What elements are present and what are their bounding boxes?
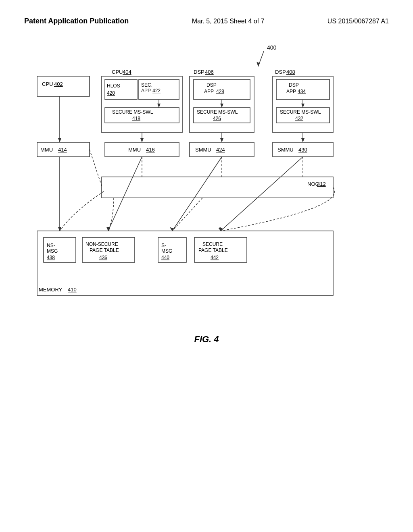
memory-410-box	[37, 231, 333, 295]
arrow-dsp-app-428-arrowhead	[220, 104, 223, 108]
dashed-noc-to-nonsecure-pt2	[108, 198, 114, 231]
sec-app-422-label2: APP	[141, 88, 151, 94]
publication-date: Mar. 5, 2015 Sheet 4 of 7	[192, 16, 265, 25]
arrow-smmu424-to-s-msg	[172, 157, 222, 231]
dsp-406-label: DSP	[194, 69, 204, 75]
hlos-420-ref: 420	[107, 90, 115, 96]
smmu-424-label: SMMU	[195, 147, 211, 153]
dsp-app-428-label1: DSP	[206, 82, 217, 88]
cpu-404-label: CPU	[112, 69, 123, 75]
smmu-424-ref: 424	[216, 147, 225, 153]
sec-app-422-ref: 422	[152, 88, 161, 94]
publication-type: Patent Application Publication	[24, 16, 129, 26]
figure-caption: FIG. 4	[0, 334, 413, 345]
dashed-noc-smsg-arrowhead	[170, 227, 174, 231]
noc-412-ref: 412	[317, 181, 326, 187]
non-secure-pt-436-label1: NON-SECURE	[86, 241, 118, 247]
mmu-416-label: MMU	[128, 147, 141, 153]
mmu-414-label: MMU	[40, 147, 53, 153]
s-msg-440-label2: MSG	[161, 248, 172, 254]
memory-410-label: MEMORY	[39, 287, 63, 293]
hlos-420-label: HLOS	[107, 83, 120, 89]
dsp-app-434-label2: APP	[286, 89, 296, 94]
dsp-app-434-ref: 434	[298, 89, 306, 94]
secure-ms-swl-418-ref: 418	[132, 116, 140, 121]
mmu-416-ref: 416	[146, 147, 155, 153]
cpu-404-ref: 404	[123, 69, 131, 75]
dashed-noc-to-secure-pt	[221, 187, 335, 231]
ns-msg-438-label1: NS-	[47, 243, 55, 248]
mmu-414-ref: 414	[58, 147, 67, 153]
page-header: Patent Application Publication Mar. 5, 2…	[0, 0, 413, 34]
dashed-noc-to-smsg	[172, 198, 202, 231]
s-msg-440-ref: 440	[161, 255, 169, 260]
dsp-408-ref: 408	[286, 69, 295, 75]
arrow-cpu402-mmu414-arrowhead	[58, 138, 61, 142]
ref-400-arrowhead	[257, 62, 260, 66]
dashed-noc-to-nsmsg	[60, 191, 104, 231]
dsp-406-ref: 406	[205, 69, 214, 75]
arrow-dsp406-smmu424-arrowhead	[220, 138, 223, 142]
dsp-app-428-ref: 428	[216, 89, 224, 94]
arrow-sec-arrowhead	[157, 104, 161, 108]
secure-pt-442-label2: PAGE TABLE	[198, 247, 228, 253]
arrow-cpu404-mmu416-arrowhead	[140, 138, 144, 142]
arrow-mmu416-to-nonsecure-pt	[108, 157, 142, 231]
memory-410-ref: 410	[68, 287, 77, 293]
mmu-416-box	[105, 142, 179, 157]
dsp-app-434-label1: DSP	[289, 82, 299, 88]
sec-app-422-label1: SEC.	[141, 82, 152, 88]
ref-400-label: 400	[267, 44, 277, 51]
non-secure-pt-436-label2: PAGE TABLE	[90, 247, 119, 253]
dsp-app-428-label2: APP	[204, 89, 214, 94]
fig-caption-text: FIG. 4	[194, 334, 219, 344]
ns-msg-438-label2: MSG	[47, 248, 58, 254]
noc-412-box	[102, 177, 333, 198]
cpu-402-ref: 402	[54, 81, 63, 87]
publication-number: US 2015/0067287 A1	[327, 16, 389, 25]
secure-pt-442-label1: SECURE	[202, 241, 223, 247]
diagram-container: 400 CPU 404 HLOS 420 SEC. APP 422 SECURE…	[33, 42, 380, 322]
secure-ms-swl-432-ref: 432	[295, 116, 303, 121]
secure-ms-swl-426-label: SECURE MS-SWL	[197, 109, 238, 115]
hlos-420-box	[105, 79, 137, 100]
secure-pt-442-ref: 442	[211, 255, 219, 260]
dashed-mmu414-to-noc	[90, 150, 102, 186]
cpu-402-label: CPU	[42, 81, 53, 87]
smmu-430-label: SMMU	[277, 147, 294, 153]
arrow-smmu430-to-secure-pt	[221, 157, 303, 231]
secure-ms-swl-418-label: SECURE MS-SWL	[112, 109, 153, 115]
diagram-svg: 400 CPU 404 HLOS 420 SEC. APP 422 SECURE…	[33, 42, 380, 320]
s-msg-440-label1: S-	[161, 243, 166, 248]
ns-msg-438-ref: 438	[47, 255, 55, 260]
dsp-408-label: DSP	[275, 69, 286, 75]
smmu-430-ref: 430	[298, 147, 307, 153]
non-secure-pt-436-ref: 436	[99, 255, 107, 260]
arrow-dsp-app-434-arrowhead	[301, 104, 305, 108]
secure-ms-swl-432-label: SECURE MS-SWL	[280, 109, 321, 115]
arrow-dsp408-smmu430-arrowhead	[301, 138, 305, 142]
secure-ms-swl-426-ref: 426	[213, 116, 221, 121]
